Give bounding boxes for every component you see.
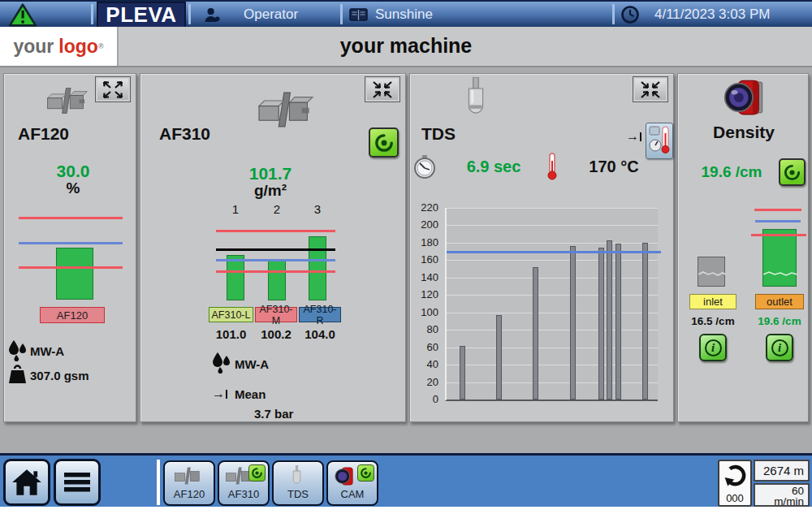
tds-ytick-label: 200 — [412, 218, 438, 231]
tds-ytick-label: 60 — [412, 341, 438, 353]
status-bar: PLEVA Operator Sunshine 4/11/2023 3:03 P… — [0, 0, 812, 27]
nav-button-tds[interactable]: TDS — [272, 460, 324, 506]
moisture-label: MW-A — [30, 344, 64, 358]
divider — [91, 4, 93, 24]
upper-limit-line — [754, 209, 801, 211]
lower-limit-line — [216, 270, 335, 273]
moisture-label: MW-A — [235, 357, 269, 371]
divider — [612, 4, 615, 24]
af310-value: 101.7 — [230, 164, 311, 184]
panel-tds: TDS → 6.9 sec 170 °C 2202001801601401201… — [409, 73, 674, 422]
counter-reset-button[interactable]: 000 — [718, 460, 752, 507]
bar-number: 1 — [227, 202, 244, 216]
outlet-value: 19.6 /cm — [749, 315, 810, 327]
expand-button[interactable] — [95, 76, 131, 102]
nav-label: TDS — [274, 488, 322, 500]
collapse-button[interactable] — [633, 76, 668, 102]
user-label: Operator — [244, 6, 298, 23]
tds-sensor-icon — [465, 77, 486, 126]
inlet-tag: inlet — [689, 294, 736, 309]
tds-chart-bar — [496, 315, 502, 400]
nav-bar: AF120 AF310 TDS CAM — [0, 453, 812, 507]
outlet-info-button[interactable]: i — [766, 334, 793, 361]
nav-button-af310[interactable]: AF310 — [218, 460, 270, 506]
af310-chart-bar-left — [227, 255, 244, 300]
upper-limit-line — [19, 217, 123, 219]
af120-sensor-icon — [46, 87, 89, 118]
home-button[interactable] — [3, 459, 50, 506]
inlet-info-button[interactable]: i — [699, 334, 727, 361]
af120-unit: % — [32, 179, 114, 197]
logo-reg-mark: ® — [98, 42, 104, 50]
header-bar: your logo ® your machine — [0, 27, 812, 67]
density-camera-icon — [723, 78, 767, 120]
reset-arrow-icon — [723, 463, 749, 494]
tds-chart-bar — [533, 267, 538, 400]
recipe-book-icon — [349, 8, 368, 25]
density-outlet-bar — [762, 229, 797, 287]
inlet-value: 16.5 /cm — [680, 315, 746, 327]
weight-icon — [9, 365, 26, 387]
speed-readout: 60 m/min — [754, 483, 810, 507]
menu-button[interactable] — [54, 459, 101, 506]
tds-ytick-label: 180 — [412, 236, 438, 248]
tds-reference-line — [447, 251, 661, 253]
af310-chart — [216, 218, 335, 300]
af310-right-tag: AF310-R — [299, 307, 341, 322]
cam-mini-icon — [335, 466, 357, 490]
density-inlet-bar — [698, 257, 725, 287]
tds-chart-bar — [642, 243, 648, 400]
nav-button-af120[interactable]: AF120 — [163, 460, 215, 506]
nav-button-cam[interactable]: CAM — [326, 460, 378, 506]
distance-readout: 2674 m — [754, 460, 810, 482]
density-outlet-chart — [753, 208, 805, 287]
tds-ytick-label: 40 — [412, 358, 438, 370]
panel-af120: AF120 30.0 % AF120 MW-A 307.0 gsm — [3, 73, 136, 422]
control-swirl-button[interactable] — [369, 127, 399, 158]
tds-plot — [445, 208, 658, 401]
panel-title: Density — [678, 123, 810, 142]
af120-tag: AF120 — [40, 307, 105, 323]
transfer-arrow-icon: → — [626, 129, 641, 144]
nav-label: AF120 — [165, 488, 214, 500]
temperature-settings-button[interactable] — [646, 123, 673, 159]
control-swirl-button[interactable] — [779, 158, 806, 186]
bar-number: 2 — [269, 202, 285, 216]
nav-label: CAM — [328, 488, 377, 500]
tds-temp-value: 170 °C — [569, 158, 659, 176]
collapse-button[interactable] — [365, 76, 400, 102]
tds-time-value: 6.9 sec — [449, 158, 538, 176]
user-button[interactable]: Operator — [199, 2, 329, 28]
tds-ytick-label: 100 — [412, 306, 438, 318]
lower-limit-line — [19, 266, 123, 269]
swirl-badge-icon — [357, 464, 374, 482]
bar-number: 3 — [309, 202, 326, 216]
density-inlet-chart — [698, 208, 725, 287]
swirl-badge-icon — [248, 464, 266, 482]
af120-value: 30.0 — [32, 162, 114, 181]
tds-chart-bar — [607, 240, 612, 400]
af310-right-value: 104.0 — [299, 327, 341, 341]
af310-sensor-icon — [257, 92, 315, 131]
tds-ytick-label: 80 — [412, 323, 438, 335]
nav-label: AF310 — [219, 488, 268, 500]
tds-chart-bar — [460, 346, 465, 400]
density-value: 19.6 /cm — [685, 163, 779, 181]
counter-value: 000 — [719, 492, 750, 504]
pressure-value: 3.7 bar — [254, 407, 293, 421]
mean-label: Mean — [235, 387, 266, 401]
mean-line — [755, 220, 801, 222]
af310-chart-bar-mid — [268, 260, 286, 300]
divider — [340, 4, 343, 24]
tds-ytick-label: 220 — [412, 201, 438, 214]
hmi-screen: PLEVA Operator Sunshine 4/11/2023 3:03 P… — [0, 0, 812, 514]
panel-title: TDS — [421, 124, 456, 144]
af310-mid-value: 100.2 — [255, 327, 297, 341]
tds-ytick-label: 140 — [412, 271, 438, 283]
logo-word: logo — [58, 36, 98, 58]
moisture-drops-icon — [8, 340, 27, 366]
tds-ytick-label: 160 — [412, 253, 438, 266]
panel-af310: AF310 101.7 g/m² 1 2 3 AF310-L AF310-M A… — [140, 73, 406, 422]
af310-left-value: 101.0 — [209, 327, 253, 341]
recipe-button[interactable]: Sunshine — [348, 2, 453, 28]
